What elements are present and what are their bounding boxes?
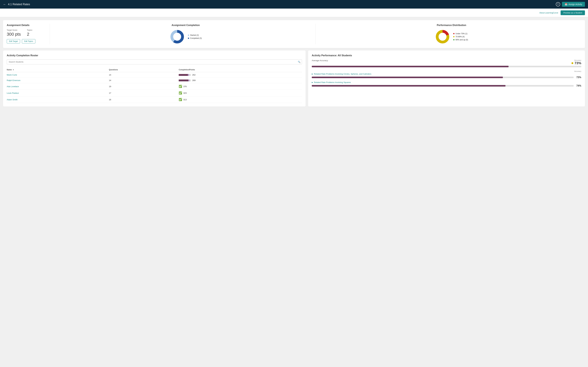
topic-1-title[interactable]: ▶ Related Rate Problems Involving Circle… <box>312 73 581 75</box>
accuracy-value-row: 73% <box>571 61 581 65</box>
student-name[interactable]: Marie Curie <box>7 72 109 78</box>
topic-1-bar-row: 73% <box>312 76 581 79</box>
completion-column-header: Completion/Points <box>179 67 302 72</box>
legend-90up: 90% and up (0) <box>453 39 468 41</box>
student-questions: 19 <box>109 83 179 90</box>
header-right: ? 📅 Assign Activity <box>556 2 585 7</box>
topic-1-bar <box>312 77 574 78</box>
topic-2-label: Related Rate Problems Involving Squares <box>314 81 351 83</box>
topic-2-pct: 74% <box>575 84 581 87</box>
topic-1-arrow: ▶ <box>312 73 313 75</box>
student-points: 269 <box>192 79 196 82</box>
legend-under70: Under 70% (1) <box>453 33 468 35</box>
bar-filled-segment <box>179 80 188 81</box>
avg-accuracy-label: Average Accuracy: <box>312 59 328 62</box>
top-summary-card: Assignment Details Target Score: 300 pts… <box>3 20 585 48</box>
under70-dot <box>453 33 454 34</box>
header-left: ← 4.1 Related Rates <box>3 3 30 6</box>
under70-label: Under 70% (1) <box>455 33 467 35</box>
back-button[interactable]: ← <box>3 3 6 6</box>
edit-buttons-row: Edit Target Edit Topics <box>7 39 50 43</box>
stats-row: Target Score: 300 pts Topics: 2 <box>7 29 50 37</box>
completion-donut-container: Started (2) Completed (3) <box>170 29 202 44</box>
student-points: 376 <box>183 85 187 88</box>
bar-light-segment <box>188 74 189 76</box>
target-score-stat: Target Score: 300 pts <box>7 29 21 37</box>
student-completion: ✅376 <box>179 83 302 90</box>
questions-column-header: Questions <box>109 67 179 72</box>
page-title: 4.1 Related Rates <box>8 3 30 6</box>
target-score-label: Target Score: <box>7 29 21 31</box>
avg-accuracy-bar-fill <box>312 66 509 67</box>
edit-target-button[interactable]: Edit Target <box>7 39 20 43</box>
90up-dot <box>453 39 454 40</box>
70-89-label: 70-89% (4) <box>455 36 464 38</box>
assignment-completion-title: Assignment Completion <box>172 24 200 27</box>
student-name[interactable]: Ada Lovelace <box>7 83 109 90</box>
topic-2-bar-row: 74% <box>312 84 581 87</box>
help-button[interactable]: ? <box>556 2 560 6</box>
performance-distribution-section: Performance Distribution Under 70% (1) <box>315 24 581 44</box>
table-row: Louis Pasteur17✅323 <box>7 90 302 96</box>
student-completion: 269 <box>179 78 302 83</box>
about-learningcurve-link[interactable]: About LearningCurve <box>539 12 558 14</box>
topic-1-pct: 73% <box>575 76 581 79</box>
assignment-completion-section: Assignment Completion Started (2) <box>50 24 315 44</box>
assign-activity-button[interactable]: 📅 Assign Activity <box>562 2 585 7</box>
performance-card: Activity Performance: All Students Avera… <box>308 50 585 107</box>
topic-row-2: ▶ Related Rate Problems Involving Square… <box>312 81 581 87</box>
edit-topics-button[interactable]: Edit Topics <box>22 39 35 43</box>
student-name[interactable]: Ralph Emerson <box>7 78 109 83</box>
topic-2-title[interactable]: ▶ Related Rate Problems Involving Square… <box>312 81 581 83</box>
legend-70-89: 70-89% (4) <box>453 36 468 38</box>
student-questions: 17 <box>109 90 179 96</box>
performance-donut-chart <box>435 29 450 44</box>
completion-check-icon: ✅ <box>179 85 182 88</box>
completion-legend: Started (2) Completed (3) <box>188 34 202 39</box>
roster-card: Activity Completion Roster 🔍 Name ▼ Ques… <box>3 50 306 107</box>
name-column-header: Name ▼ <box>7 67 109 72</box>
topic-1-bar-fill <box>312 77 503 78</box>
70-89-dot <box>453 36 454 37</box>
90up-label: 90% and up (0) <box>455 39 468 41</box>
student-name[interactable]: Adam Smith <box>7 96 109 103</box>
assignment-details-title: Assignment Details <box>7 24 50 27</box>
table-row: Ralph Emerson14269 <box>7 78 302 83</box>
topic-2-arrow: ▶ <box>312 82 313 83</box>
performance-distribution-title: Performance Distribution <box>437 24 466 27</box>
main-content: Assignment Details Target Score: 300 pts… <box>0 17 588 110</box>
accuracy-col-label: Accuracy <box>571 59 581 61</box>
completion-bar <box>179 80 191 81</box>
legend-started: Started (2) <box>188 34 202 36</box>
sub-header: About LearningCurve Preview as a Student <box>0 8 588 17</box>
search-container: 🔍 <box>7 59 302 64</box>
student-questions: 14 <box>109 72 179 78</box>
roster-table: Name ▼ Questions Completion/Points Marie… <box>7 67 302 103</box>
svg-point-5 <box>439 33 446 40</box>
student-questions: 14 <box>109 78 179 83</box>
topics-stat: Topics: 2 <box>27 29 33 37</box>
legend-completed: Completed (3) <box>188 37 202 39</box>
completion-donut-chart <box>170 29 185 44</box>
student-completion: ✅313 <box>179 96 302 103</box>
avg-accuracy-value: 73% <box>575 61 581 65</box>
search-input[interactable] <box>7 59 302 64</box>
sort-arrow: ▼ <box>13 69 14 71</box>
accuracy-header-row: Accuracy <box>312 70 581 72</box>
student-name[interactable]: Louis Pasteur <box>7 90 109 96</box>
topics-label: Topics: <box>27 29 33 31</box>
completed-dot <box>188 38 189 39</box>
completion-bar <box>179 74 191 76</box>
table-header-row: Name ▼ Questions Completion/Points <box>7 67 302 72</box>
avg-accuracy-section: Average Accuracy: Accuracy 73% <box>312 59 581 67</box>
performance-legend: Under 70% (1) 70-89% (4) 90% and up (0) <box>453 33 468 41</box>
completion-check-icon: ✅ <box>179 98 182 101</box>
started-dot <box>188 34 189 36</box>
completion-check-icon: ✅ <box>179 91 182 95</box>
student-points: 313 <box>183 99 187 101</box>
bar-filled-segment <box>179 74 188 76</box>
preview-as-student-button[interactable]: Preview as a Student <box>561 10 585 15</box>
completed-label: Completed (3) <box>190 37 202 39</box>
student-questions: 16 <box>109 96 179 103</box>
student-completion: 262 <box>179 72 302 78</box>
